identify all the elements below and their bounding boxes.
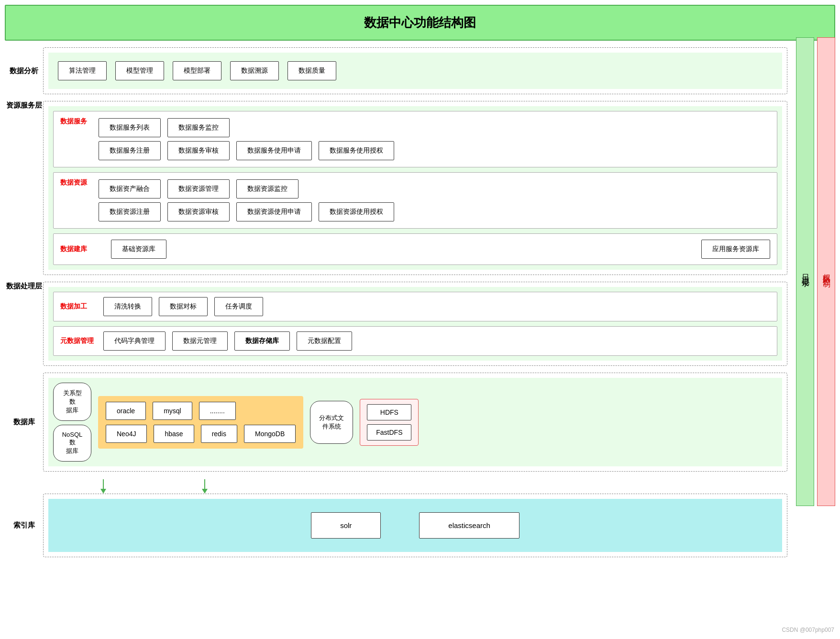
sf-r1-0: 数据服务列表 bbox=[99, 118, 161, 137]
shuju-fuwu-title: 数据服务 bbox=[60, 117, 87, 126]
shuju-ziyuan-boxes: 数据资产融合 数据资源管理 数据资源监控 数据资源注册 数据资源审核 数据资源使… bbox=[99, 179, 770, 221]
chuli-row: 数据处理层 数据加工 清洗转换 数据对标 任务调度 元数据管理 代码字典管理 数… bbox=[5, 282, 787, 366]
fenxi-item-1: 模型管理 bbox=[115, 61, 164, 80]
fenxi-row: 数据分析 算法管理 模型管理 模型部署 数据溯源 数据质量 bbox=[5, 47, 787, 94]
db-mongodb: MongoDB bbox=[244, 425, 296, 443]
shujuku-row: 数据库 关系型数 据库 NoSQL数 据库 oracle mysql .....… bbox=[5, 373, 787, 472]
suoyin-inner: solr elasticsearch bbox=[48, 499, 782, 552]
suoyin-label-outer: 索引库 bbox=[5, 494, 43, 557]
hdfs-item-1: FastDFS bbox=[367, 424, 411, 441]
sz-r1-0: 数据资产融合 bbox=[99, 179, 161, 198]
arrow-left bbox=[100, 479, 106, 494]
nosql-box: NoSQL数 据库 bbox=[53, 425, 91, 462]
guanxi-box: 关系型数 据库 bbox=[53, 383, 91, 421]
jianjku-section: 数据建库 基础资源库 应用服务资源库 bbox=[53, 233, 777, 265]
guanxi-nosql-group: 关系型数 据库 NoSQL数 据库 bbox=[53, 383, 91, 462]
chuli-inner: 数据加工 清洗转换 数据对标 任务调度 元数据管理 代码字典管理 数据元管理 数… bbox=[48, 287, 782, 361]
shuju-ziyuan-section: 数据资源 数据资产融合 数据资源管理 数据资源监控 数据资源注册 数据资源审核 … bbox=[53, 172, 777, 229]
jianjku-item-0: 基础资源库 bbox=[111, 240, 166, 259]
page-title: 数据中心功能结构图 bbox=[364, 15, 476, 30]
jianjku-item-1: 应用服务资源库 bbox=[701, 240, 770, 259]
fenbu-box: 分布式文 件系统 bbox=[310, 401, 353, 444]
title-bar: 数据中心功能结构图 bbox=[5, 5, 835, 41]
yuanshuju-item-0: 代码字典管理 bbox=[103, 331, 166, 351]
fenxi-item-3: 数据溯源 bbox=[230, 61, 279, 80]
db-redis: redis bbox=[201, 425, 237, 443]
db-dots: ........ bbox=[199, 402, 236, 420]
yuanshuju-label: 元数据管理 bbox=[60, 337, 94, 345]
sz-r1-1: 数据资源管理 bbox=[167, 179, 230, 198]
shuju-ziyuan-row2: 数据资源注册 数据资源审核 数据资源使用申请 数据资源使用授权 bbox=[99, 202, 770, 221]
jiagong-label: 数据加工 bbox=[60, 302, 94, 311]
yuanshuju-item-3: 元数据配置 bbox=[297, 331, 352, 351]
shujuku-content: 关系型数 据库 NoSQL数 据库 oracle mysql ........ … bbox=[43, 373, 787, 472]
db-oracle: oracle bbox=[106, 402, 146, 420]
arrow-area bbox=[43, 478, 787, 494]
right-labels: 日志记录 权限控制 bbox=[796, 37, 835, 506]
yuanshuju-item-1: 数据元管理 bbox=[172, 331, 228, 351]
fenxi-boxes: 算法管理 模型管理 模型部署 数据溯源 数据质量 bbox=[48, 53, 782, 89]
hdfs-item-0: HDFS bbox=[367, 404, 411, 420]
shuju-fuwu-row2: 数据服务注册 数据服务审核 数据服务使用申请 数据服务使用授权 bbox=[99, 141, 770, 160]
shuju-fuwu-section: 数据服务 数据服务列表 数据服务监控 数据服务注册 数据服务审核 数据服务使用申… bbox=[53, 111, 777, 167]
fenxi-label: 数据分析 bbox=[5, 47, 43, 94]
sz-r2-0: 数据资源注册 bbox=[99, 202, 161, 221]
shuju-ziyuan-title: 数据资源 bbox=[60, 178, 87, 187]
sz-r2-1: 数据资源审核 bbox=[167, 202, 230, 221]
hdfs-area: HDFS FastDFS bbox=[360, 399, 419, 446]
permission-label: 权限控制 bbox=[817, 37, 835, 506]
sf-r2-2: 数据服务使用申请 bbox=[236, 141, 312, 160]
jianjku-title: 数据建库 bbox=[60, 245, 87, 253]
content-area: 数据分析 算法管理 模型管理 模型部署 数据溯源 数据质量 资源服务层 数据服务 bbox=[5, 47, 787, 557]
fenxi-content: 算法管理 模型管理 模型部署 数据溯源 数据质量 bbox=[43, 47, 787, 94]
log-label: 日志记录 bbox=[796, 37, 814, 506]
ziyuan-row: 资源服务层 数据服务 数据服务列表 数据服务监控 数据服务注册 bbox=[5, 101, 787, 275]
sf-r2-3: 数据服务使用授权 bbox=[319, 141, 394, 160]
db-hbase: hbase bbox=[154, 425, 194, 443]
sz-r1-2: 数据资源监控 bbox=[236, 179, 298, 198]
yuanshuju-row: 元数据管理 代码字典管理 数据元管理 数据存储库 元数据配置 bbox=[53, 326, 777, 356]
fenxi-item-2: 模型部署 bbox=[173, 61, 221, 80]
jiagong-item-1: 数据对标 bbox=[159, 297, 208, 316]
sf-r1-1: 数据服务监控 bbox=[167, 118, 230, 137]
orange-row1: oracle mysql ........ bbox=[106, 402, 296, 420]
shujuku-inner: 关系型数 据库 NoSQL数 据库 oracle mysql ........ … bbox=[48, 378, 782, 466]
main-container: 数据中心功能结构图 日志记录 权限控制 数据分析 算法管理 模型管理 模型部署 … bbox=[0, 0, 840, 639]
orange-area: oracle mysql ........ Neo4J hbase redis … bbox=[98, 396, 303, 449]
suoyin-row: 索引库 solr elasticsearch bbox=[5, 494, 787, 557]
sf-r2-0: 数据服务注册 bbox=[99, 141, 161, 160]
watermark: CSDN @007php007 bbox=[782, 627, 834, 633]
jiagong-item-0: 清洗转换 bbox=[103, 297, 152, 316]
fenxi-item-4: 数据质量 bbox=[287, 61, 336, 80]
yuanshuju-item-2: 数据存储库 bbox=[234, 331, 290, 351]
shujuku-label-outer: 数据库 bbox=[5, 418, 43, 427]
chuli-label-outer: 数据处理层 bbox=[5, 282, 43, 291]
jiagong-item-2: 任务调度 bbox=[214, 297, 263, 316]
sz-r2-3: 数据资源使用授权 bbox=[319, 202, 394, 221]
suoyin-content: solr elasticsearch bbox=[43, 494, 787, 557]
ziyuan-label: 资源服务层 bbox=[5, 101, 43, 110]
db-neo4j: Neo4J bbox=[106, 425, 147, 443]
jiagong-row: 数据加工 清洗转换 数据对标 任务调度 bbox=[53, 292, 777, 321]
db-mysql: mysql bbox=[153, 402, 192, 420]
shuju-fuwu-boxes: 数据服务列表 数据服务监控 数据服务注册 数据服务审核 数据服务使用申请 数据服… bbox=[99, 118, 770, 160]
orange-row2: Neo4J hbase redis MongoDB bbox=[106, 425, 296, 443]
ziyuan-content: 数据服务 数据服务列表 数据服务监控 数据服务注册 数据服务审核 数据服务使用申… bbox=[43, 101, 787, 275]
ziyuan-inner: 数据服务 数据服务列表 数据服务监控 数据服务注册 数据服务审核 数据服务使用申… bbox=[48, 106, 782, 270]
arrows bbox=[100, 479, 208, 494]
shuju-fuwu-row1: 数据服务列表 数据服务监控 bbox=[99, 118, 770, 137]
chuli-content: 数据加工 清洗转换 数据对标 任务调度 元数据管理 代码字典管理 数据元管理 数… bbox=[43, 282, 787, 366]
sz-r2-2: 数据资源使用申请 bbox=[236, 202, 312, 221]
suoyin-item-0: solr bbox=[311, 512, 381, 539]
suoyin-item-1: elasticsearch bbox=[419, 512, 519, 539]
fenxi-item-0: 算法管理 bbox=[58, 61, 107, 80]
shuju-ziyuan-row1: 数据资产融合 数据资源管理 数据资源监控 bbox=[99, 179, 770, 198]
arrow-right bbox=[202, 479, 208, 494]
sf-r2-1: 数据服务审核 bbox=[167, 141, 230, 160]
